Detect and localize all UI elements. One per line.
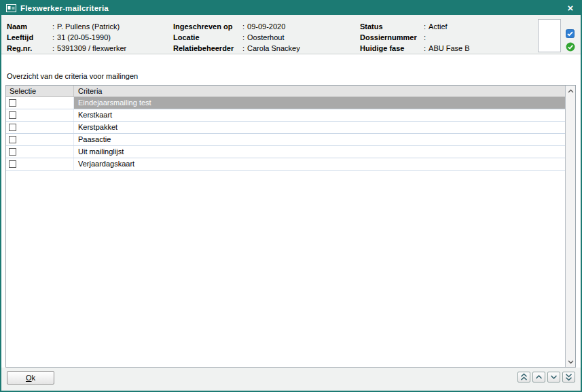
info-field-ingeschreven-op: Ingeschreven op:09-09-2020 bbox=[173, 21, 300, 32]
criteria-cell: Kerstkaart bbox=[74, 109, 565, 121]
criteria-label: Verjaardagskaart bbox=[78, 160, 134, 168]
info-column-3: Status:Actief Dossiernummer: Huidige fas… bbox=[360, 21, 470, 54]
table-row[interactable]: Kerstkaart bbox=[6, 109, 565, 122]
list-empty-area bbox=[6, 171, 565, 367]
ok-button[interactable]: Ok bbox=[7, 371, 54, 385]
criteria-label: Uit mailinglijst bbox=[78, 147, 124, 156]
photo-placeholder bbox=[538, 19, 561, 52]
info-field-huidige-fase: Huidige fase:ABU Fase B bbox=[360, 43, 470, 54]
field-value: 31 (20-05-1990) bbox=[57, 33, 111, 41]
field-colon: : bbox=[52, 33, 54, 41]
field-colon: : bbox=[242, 33, 244, 41]
criteria-cell: Paasactie bbox=[74, 134, 565, 145]
title-bar: Flexwerker-mailcriteria × bbox=[1, 1, 581, 15]
info-field-dossiernummer: Dossiernummer: bbox=[360, 32, 470, 43]
window-icon bbox=[6, 4, 16, 12]
field-label: Dossiernummer bbox=[360, 32, 424, 43]
info-column-2: Ingeschreven op:09-09-2020 Locatie:Ooste… bbox=[173, 21, 300, 54]
field-label: Huidige fase bbox=[360, 43, 424, 54]
last-record-button[interactable] bbox=[562, 372, 575, 382]
table-row[interactable]: Verjaardagskaart bbox=[6, 158, 565, 171]
info-field-relatiebeheerder: Relatiebeheerder:Carola Snackey bbox=[173, 43, 300, 54]
first-record-button[interactable] bbox=[517, 372, 530, 382]
chevron-down-icon bbox=[550, 374, 558, 380]
row-checkbox[interactable] bbox=[9, 124, 16, 131]
criteria-cell: Kerstpakket bbox=[74, 122, 565, 133]
field-colon: : bbox=[52, 44, 54, 52]
next-record-button[interactable] bbox=[547, 372, 560, 382]
criteria-list: Eindejaarsmailing test Kerstkaart Kerstp… bbox=[6, 97, 565, 171]
info-field-locatie: Locatie:Oosterhout bbox=[173, 32, 300, 43]
criteria-table: Selectie Criteria Eindejaarsmailing test… bbox=[5, 85, 576, 368]
table-row[interactable]: Eindejaarsmailing test bbox=[6, 97, 565, 109]
dialog-flexwerker-mailcriteria: Flexwerker-mailcriteria × Naam:P. Pullen… bbox=[0, 0, 582, 392]
column-header-selectie[interactable]: Selectie bbox=[6, 86, 74, 96]
double-chevron-up-icon bbox=[520, 373, 528, 381]
criteria-cell: Verjaardagskaart bbox=[74, 158, 565, 170]
green-check-icon bbox=[566, 42, 575, 52]
field-value: P. Pullens (Patrick) bbox=[57, 22, 120, 31]
ok-button-label: Ok bbox=[7, 374, 54, 382]
field-label: Locatie bbox=[173, 32, 242, 43]
row-checkbox[interactable] bbox=[9, 136, 16, 143]
row-checkbox[interactable] bbox=[9, 111, 16, 119]
info-field-naam: Naam:P. Pullens (Patrick) bbox=[7, 21, 126, 32]
field-label: Naam bbox=[7, 21, 52, 32]
selection-cell bbox=[6, 122, 74, 133]
table-row[interactable]: Paasactie bbox=[6, 134, 565, 146]
field-value: Actief bbox=[429, 22, 448, 31]
window-title: Flexwerker-mailcriteria bbox=[20, 4, 565, 12]
field-colon: : bbox=[424, 33, 426, 41]
blue-checkbox-icon[interactable] bbox=[566, 29, 575, 38]
field-label: Relatiebeheerder bbox=[173, 43, 242, 54]
field-colon: : bbox=[242, 44, 244, 52]
field-label: Reg.nr. bbox=[7, 43, 52, 54]
row-checkbox[interactable] bbox=[9, 160, 16, 168]
selection-cell bbox=[6, 158, 74, 170]
criteria-table-main: Selectie Criteria Eindejaarsmailing test… bbox=[6, 86, 565, 367]
list-caption: Overzicht van de criteria voor mailingen bbox=[7, 72, 581, 82]
table-header-row: Selectie Criteria bbox=[6, 86, 565, 97]
selection-cell bbox=[6, 134, 74, 145]
field-colon: : bbox=[242, 22, 244, 31]
double-chevron-down-icon bbox=[565, 373, 572, 381]
record-nav-buttons bbox=[517, 372, 575, 382]
column-header-criteria[interactable]: Criteria bbox=[74, 86, 565, 96]
field-value: 09-09-2020 bbox=[247, 22, 285, 31]
field-value: Carola Snackey bbox=[247, 44, 300, 52]
scroll-down-icon[interactable] bbox=[566, 356, 575, 367]
scroll-up-icon[interactable] bbox=[566, 86, 575, 96]
field-label: Leeftijd bbox=[7, 32, 52, 43]
criteria-cell: Eindejaarsmailing test bbox=[74, 97, 565, 109]
selection-cell bbox=[6, 97, 74, 109]
info-field-regnr: Reg.nr.:5391309 / flexwerker bbox=[7, 43, 126, 54]
field-label: Status bbox=[360, 21, 424, 32]
criteria-cell: Uit mailinglijst bbox=[74, 146, 565, 158]
row-checkbox[interactable] bbox=[9, 99, 16, 107]
field-value: Oosterhout bbox=[247, 33, 284, 41]
close-icon[interactable]: × bbox=[565, 3, 576, 13]
row-checkbox[interactable] bbox=[9, 148, 16, 156]
previous-record-button[interactable] bbox=[532, 372, 545, 382]
field-value: ABU Fase B bbox=[429, 44, 470, 52]
field-colon: : bbox=[52, 22, 54, 31]
criteria-label: Eindejaarsmailing test bbox=[78, 99, 151, 107]
info-column-1: Naam:P. Pullens (Patrick) Leeftijd:31 (2… bbox=[7, 21, 126, 54]
field-colon: : bbox=[424, 22, 426, 31]
info-field-status: Status:Actief bbox=[360, 21, 470, 32]
chevron-up-icon bbox=[535, 374, 543, 380]
table-row[interactable]: Uit mailinglijst bbox=[6, 146, 565, 158]
person-info-panel: Naam:P. Pullens (Patrick) Leeftijd:31 (2… bbox=[1, 15, 581, 54]
criteria-label: Paasactie bbox=[78, 135, 111, 143]
field-colon: : bbox=[424, 44, 426, 52]
selection-cell bbox=[6, 146, 74, 158]
scrollbar-track[interactable] bbox=[566, 96, 575, 356]
selection-cell bbox=[6, 109, 74, 121]
field-value: 5391309 / flexwerker bbox=[57, 44, 126, 52]
criteria-label: Kerstpakket bbox=[78, 123, 117, 131]
criteria-label: Kerstkaart bbox=[78, 111, 112, 119]
table-row[interactable]: Kerstpakket bbox=[6, 122, 565, 134]
footer-bar: Ok bbox=[1, 368, 581, 391]
vertical-scrollbar[interactable] bbox=[565, 86, 575, 367]
field-label: Ingeschreven op bbox=[173, 21, 242, 32]
